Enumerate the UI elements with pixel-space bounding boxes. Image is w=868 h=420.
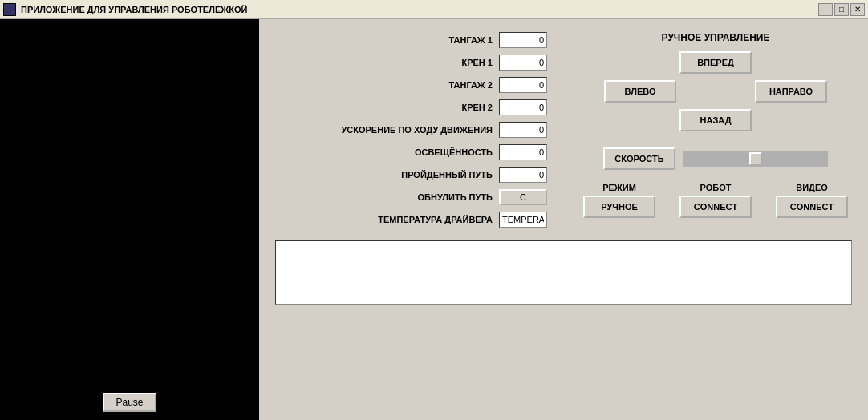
mode-button[interactable]: РУЧНОЕ <box>583 196 655 218</box>
field-row-tilt2: ТАНГАЖ 2 <box>275 77 547 93</box>
back-button[interactable]: НАЗАД <box>679 109 752 131</box>
camera-panel: Pause <box>0 19 259 420</box>
label-light: ОСВЕЩЁННОСТЬ <box>415 147 493 157</box>
direction-grid: ВПЕРЕД ВЛЕВО НАПРАВО НАЗАД <box>604 51 827 135</box>
mode-row: РЕЖИМ РУЧНОЕ РОБОТ CONNECT ВИДЕО CONNECT <box>583 183 848 218</box>
maximize-button[interactable]: □ <box>834 3 849 16</box>
label-tilt1: ТАНГАЖ 1 <box>448 35 493 45</box>
video-connect-button[interactable]: CONNECT <box>776 196 848 218</box>
input-tilt1[interactable] <box>499 32 547 48</box>
reset-path-button[interactable]: С <box>499 189 547 205</box>
field-row-roll1: КРЕН 1 <box>275 55 547 71</box>
input-accel[interactable] <box>499 122 547 138</box>
sensor-fields: ТАНГАЖ 1 КРЕН 1 ТАНГАЖ 2 КРЕН 2 УСКОРЕНИ <box>275 32 547 234</box>
robot-connect-button[interactable]: CONNECT <box>679 196 752 218</box>
label-tilt2: ТАНГАЖ 2 <box>448 80 493 90</box>
right-panel: ТАНГАЖ 1 КРЕН 1 ТАНГАЖ 2 КРЕН 2 УСКОРЕНИ <box>259 19 868 420</box>
input-temp[interactable] <box>499 212 547 228</box>
label-temp: ТЕМПЕРАТУРА ДРАЙВЕРА <box>378 215 493 224</box>
input-roll1[interactable] <box>499 55 547 71</box>
label-roll2: КРЕН 2 <box>461 103 493 112</box>
app-title: ПРИЛОЖЕНИЕ ДЛЯ УПРАВЛЕНИЯ РОБОТЕЛЕЖКОЙ <box>21 5 247 14</box>
field-row-accel: УСКОРЕНИЕ ПО ХОДУ ДВИЖЕНИЯ <box>275 122 547 138</box>
log-area <box>275 240 852 305</box>
input-roll2[interactable] <box>499 99 547 115</box>
grid-empty-bl <box>604 109 676 131</box>
speed-row: СКОРОСТЬ <box>603 147 828 170</box>
minimize-button[interactable]: — <box>818 3 833 16</box>
field-row-temp: ТЕМПЕРАТУРА ДРАЙВЕРА <box>275 212 547 228</box>
video-label: ВИДЕО <box>796 183 828 192</box>
grid-empty-tr <box>755 51 827 74</box>
right-button[interactable]: НАПРАВО <box>755 80 827 103</box>
manual-control-title: РУЧНОЕ УПРАВЛЕНИЕ <box>662 32 770 43</box>
field-row-roll2: КРЕН 2 <box>275 99 547 115</box>
mode-col: РЕЖИМ РУЧНОЕ <box>583 183 655 218</box>
title-bar: ПРИЛОЖЕНИЕ ДЛЯ УПРАВЛЕНИЯ РОБОТЕЛЕЖКОЙ —… <box>0 0 868 19</box>
label-reset: ОБНУЛИТЬ ПУТЬ <box>417 192 493 202</box>
speed-slider[interactable] <box>683 151 828 167</box>
window-controls: — □ ✕ <box>818 3 865 16</box>
label-accel: УСКОРЕНИЕ ПО ХОДУ ДВИЖЕНИЯ <box>341 125 493 135</box>
robot-label: РОБОТ <box>700 183 732 192</box>
field-row-tilt1: ТАНГАЖ 1 <box>275 32 547 48</box>
field-row-light: ОСВЕЩЁННОСТЬ <box>275 144 547 160</box>
input-light[interactable] <box>499 144 547 160</box>
pause-button[interactable]: Pause <box>103 393 156 412</box>
label-distance: ПРОЙДЕННЫЙ ПУТЬ <box>401 170 493 180</box>
app-icon <box>3 3 16 16</box>
grid-empty-tl <box>604 51 676 74</box>
main-container: Pause ТАНГАЖ 1 КРЕН 1 ТАНГАЖ 2 <box>0 19 868 420</box>
mode-label: РЕЖИМ <box>602 183 636 192</box>
forward-button[interactable]: ВПЕРЕД <box>679 51 752 74</box>
input-tilt2[interactable] <box>499 77 547 93</box>
grid-empty-center <box>679 80 752 103</box>
grid-empty-br <box>755 109 827 131</box>
robot-col: РОБОТ CONNECT <box>679 183 752 218</box>
label-roll1: КРЕН 1 <box>461 58 493 67</box>
left-button[interactable]: ВЛЕВО <box>604 80 676 103</box>
field-row-distance: ПРОЙДЕННЫЙ ПУТЬ <box>275 167 547 183</box>
input-distance[interactable] <box>499 167 547 183</box>
video-col: ВИДЕО CONNECT <box>776 183 848 218</box>
speed-button[interactable]: СКОРОСТЬ <box>603 147 675 170</box>
close-button[interactable]: ✕ <box>850 3 865 16</box>
sensor-area: ТАНГАЖ 1 КРЕН 1 ТАНГАЖ 2 КРЕН 2 УСКОРЕНИ <box>275 32 852 234</box>
field-row-reset: ОБНУЛИТЬ ПУТЬ С <box>275 189 547 205</box>
control-section: РУЧНОЕ УПРАВЛЕНИЕ ВПЕРЕД ВЛЕВО НАПРАВО Н… <box>579 32 852 234</box>
